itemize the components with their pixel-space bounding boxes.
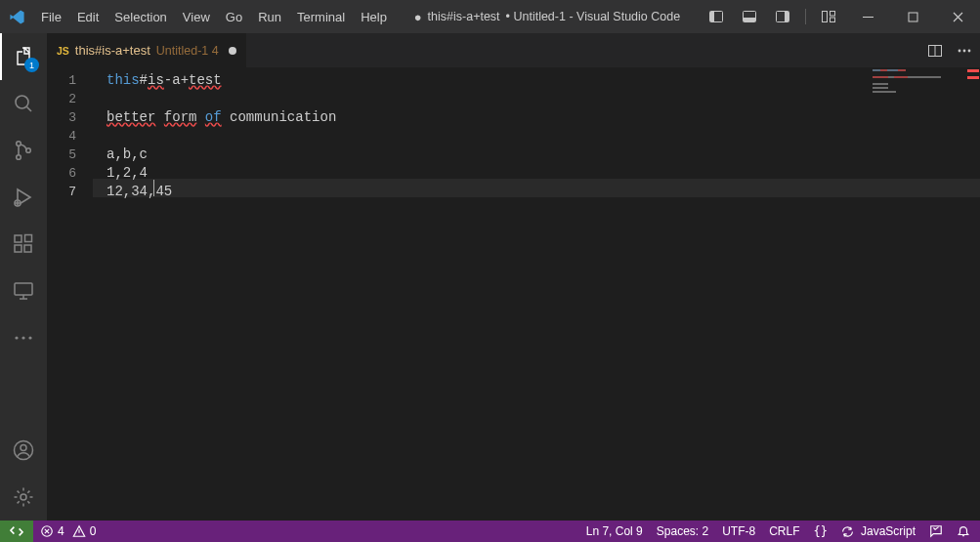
svg-rect-1 [710,12,714,21]
svg-rect-35 [898,69,906,71]
activity-remote-explorer[interactable] [0,268,47,314]
status-right: Ln 7, Col 9 Spaces: 2 UTF-8 CRLF {} Java… [579,521,972,542]
toggle-secondary-sidebar-icon[interactable] [766,0,799,33]
line-number: 6 [47,164,93,183]
svg-rect-34 [880,69,887,71]
line-number: 4 [47,127,93,146]
editor-body[interactable]: 1234567 this#is-a+test better form of co… [47,67,980,521]
svg-rect-39 [873,83,888,85]
svg-point-13 [17,155,21,160]
status-notifications-icon[interactable] [950,521,972,542]
status-encoding[interactable]: UTF-8 [715,521,762,542]
menu-bar: File Edit Selection View Go Run Terminal… [33,0,395,33]
menu-terminal[interactable]: Terminal [289,0,353,33]
window-title: ● this#is-a+test • Untitled-1 - Visual S… [395,10,700,24]
status-bar: 4 0 Ln 7, Col 9 Spaces: 2 UTF-8 CRLF {} … [0,521,980,542]
svg-rect-16 [15,235,21,242]
svg-rect-40 [873,87,888,89]
svg-rect-5 [785,12,788,21]
code-line[interactable]: a,b,c [107,146,980,164]
svg-rect-17 [15,245,21,252]
line-number: 1 [47,71,93,90]
toggle-panel-icon[interactable] [733,0,766,33]
activity-search[interactable] [0,80,47,127]
menu-selection[interactable]: Selection [107,0,174,33]
activity-settings[interactable] [0,474,47,521]
error-count: 4 [58,524,64,538]
activity-source-control[interactable] [0,127,47,174]
minimap[interactable] [869,67,966,116]
error-count-icon [40,524,54,538]
window-minimize-button[interactable] [845,0,890,33]
status-cursor-position[interactable]: Ln 7, Col 9 [579,521,650,542]
menu-view[interactable]: View [175,0,218,33]
layout-separator [805,9,806,24]
sync-icon [841,525,854,538]
svg-point-25 [21,445,26,451]
svg-point-31 [968,49,971,52]
main-area: 1 [0,33,980,521]
svg-point-23 [28,336,31,339]
activity-more[interactable] [0,314,47,361]
line-number: 5 [47,146,93,164]
split-editor-icon[interactable] [927,43,943,59]
vertical-scrollbar[interactable] [966,67,980,521]
line-number: 7 [47,183,93,201]
remote-indicator[interactable] [0,521,33,542]
svg-rect-8 [831,18,835,22]
code-area[interactable]: this#is-a+test better form of communicat… [93,67,980,521]
menu-edit[interactable]: Edit [69,0,107,33]
code-line[interactable] [107,127,980,146]
svg-rect-7 [831,12,835,17]
line-number: 3 [47,108,93,127]
title-bar: File Edit Selection View Go Run Terminal… [0,0,980,33]
activity-account[interactable] [0,427,47,474]
status-eol[interactable]: CRLF [762,521,806,542]
svg-rect-37 [873,76,888,78]
window-close-button[interactable] [935,0,980,33]
svg-rect-38 [894,76,908,78]
status-feedback-icon[interactable] [922,521,950,542]
warning-count-icon [72,524,86,538]
error-marker-icon [967,76,979,79]
editor-tab[interactable]: JS this#is-a+test Untitled-1 4 [47,33,247,67]
status-language-mode[interactable]: JavaScript [834,521,922,542]
status-left: 4 0 [0,521,103,542]
svg-rect-41 [873,91,896,93]
status-braces-icon[interactable]: {} [807,521,834,542]
tab-description: Untitled-1 4 [156,44,219,58]
customize-layout-icon[interactable] [812,9,845,24]
editor-group: JS this#is-a+test Untitled-1 4 1234567 t… [47,33,980,521]
window-maximize-button[interactable] [890,0,935,33]
explorer-badge: 1 [24,58,39,72]
svg-point-26 [21,494,26,500]
current-line-highlight [93,179,980,197]
svg-point-29 [959,49,961,52]
code-line[interactable] [107,90,980,108]
code-line[interactable]: this#is-a+test [107,71,980,90]
status-indentation[interactable]: Spaces: 2 [650,521,715,542]
menu-file[interactable]: File [33,0,69,33]
activity-run-debug[interactable] [0,174,47,221]
toggle-primary-sidebar-icon[interactable] [700,0,733,33]
line-number: 2 [47,90,93,108]
text-cursor [153,180,154,196]
title-bar-right [700,0,980,33]
activity-extensions[interactable] [0,221,47,268]
activity-bar: 1 [0,33,47,521]
editor-more-actions-icon[interactable] [957,43,972,59]
svg-rect-9 [863,17,873,18]
svg-rect-6 [823,12,828,22]
editor-actions [919,33,980,67]
svg-point-12 [17,142,21,146]
menu-help[interactable]: Help [353,0,395,33]
menu-run[interactable]: Run [250,0,289,33]
svg-rect-10 [909,13,917,21]
code-line[interactable]: better form of communication [107,108,980,127]
activity-explorer[interactable]: 1 [0,33,47,80]
svg-rect-20 [15,283,32,295]
error-marker-icon [967,69,979,72]
dirty-indicator-icon: ● [414,10,422,24]
menu-go[interactable]: Go [218,0,250,33]
status-problems[interactable]: 4 0 [33,521,103,542]
